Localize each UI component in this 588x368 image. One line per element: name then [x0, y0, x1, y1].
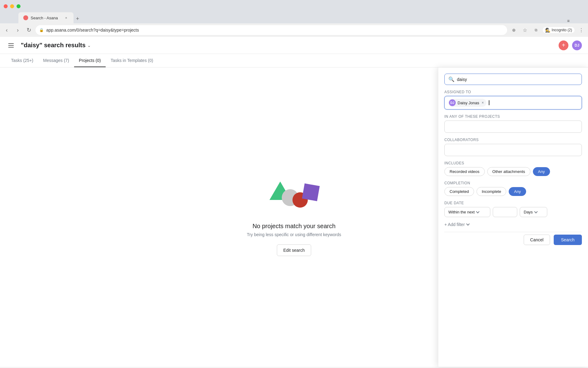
avatar[interactable]: DJ	[572, 40, 582, 50]
extensions-button[interactable]: ⊕	[510, 26, 518, 34]
daisy-jonas-token: DJ Daisy Jonas ×	[448, 99, 486, 107]
includes-toggle-group: Recorded videos Other attachments Any	[444, 167, 582, 176]
remove-daisy-token[interactable]: ×	[482, 101, 484, 105]
chevron-down-unit-icon	[534, 210, 537, 213]
search-icon: 🔍	[448, 76, 454, 82]
due-date-field: Due date Within the next Days	[444, 201, 582, 217]
app-header: "daisy" search results ⌄ + DJ	[0, 37, 588, 54]
address-bar-row: ‹ › ↻ 🔒 app.asana.com/0/search?q=daisy&t…	[0, 23, 588, 37]
page-title-text: "daisy" search results	[21, 42, 85, 49]
due-date-unit-text: Days	[524, 210, 533, 214]
maximize-traffic-light[interactable]	[17, 4, 21, 8]
url-text: app.asana.com/0/search?q=daisy&type=proj…	[46, 28, 139, 33]
search-input-row[interactable]: 🔍	[444, 74, 582, 85]
address-bar[interactable]: 🔒 app.asana.com/0/search?q=daisy&type=pr…	[36, 25, 507, 35]
browser-tabs-bar: Search - Asana × + ≡	[0, 12, 588, 23]
includes-label: Includes	[444, 161, 582, 165]
title-dropdown-button[interactable]: ⌄	[87, 43, 91, 48]
tab-close-button[interactable]: ×	[64, 15, 69, 20]
new-tab-button[interactable]: +	[74, 14, 82, 23]
empty-state-subtitle: Try being less specific or using differe…	[247, 232, 341, 237]
due-date-unit-selector[interactable]: Days	[520, 207, 547, 217]
tab-tasks-in-templates[interactable]: Tasks in Templates (0)	[106, 54, 158, 67]
traffic-lights	[4, 4, 21, 8]
daisy-jonas-name: Daisy Jonas	[458, 101, 479, 105]
due-date-number-input[interactable]	[493, 207, 517, 217]
empty-state-title: No projects match your search	[252, 223, 335, 230]
due-date-row: Within the next Days	[444, 207, 582, 217]
completion-label: Completion	[444, 181, 582, 185]
empty-illustration	[263, 178, 325, 215]
tab-search-button[interactable]: ⧉	[532, 26, 540, 34]
search-button[interactable]: Search	[554, 235, 582, 245]
text-cursor	[489, 100, 489, 105]
page-title: "daisy" search results ⌄	[21, 42, 91, 49]
cancel-button[interactable]: Cancel	[524, 235, 550, 245]
title-bar	[0, 0, 588, 12]
app-container: "daisy" search results ⌄ + DJ Tasks (25+…	[0, 37, 588, 367]
edit-search-button[interactable]: Edit search	[277, 244, 311, 256]
search-input[interactable]	[457, 77, 578, 82]
browser-tab-title: Search - Asana	[31, 16, 61, 20]
completion-any-toggle[interactable]: Any	[509, 187, 526, 196]
incomplete-toggle[interactable]: Incomplete	[477, 187, 507, 196]
minimize-traffic-light[interactable]	[10, 4, 14, 8]
in-projects-label: In any of these projects	[444, 114, 582, 119]
lock-icon: 🔒	[39, 28, 44, 32]
refresh-button[interactable]: ↻	[24, 26, 33, 34]
forward-button[interactable]: ›	[13, 26, 22, 34]
hamburger-line-3	[8, 47, 14, 48]
assigned-to-label: Assigned to	[444, 90, 582, 94]
hamburger-line-2	[8, 45, 14, 46]
panel-footer: Cancel Search	[444, 232, 582, 245]
tab-messages[interactable]: Messages (7)	[38, 54, 74, 67]
square-purple-shape	[302, 183, 320, 201]
completed-toggle[interactable]: Completed	[444, 187, 474, 196]
collaborators-label: Collaborators	[444, 138, 582, 142]
includes-field: Includes Recorded videos Other attachmen…	[444, 161, 582, 176]
completion-field: Completion Completed Incomplete Any	[444, 181, 582, 196]
browser-tab-active[interactable]: Search - Asana ×	[18, 12, 74, 23]
browser-top-right: ≡	[567, 18, 570, 23]
tab-favicon	[23, 15, 28, 20]
in-projects-field: In any of these projects	[444, 114, 582, 133]
due-date-option-text: Within the next	[448, 210, 475, 214]
bookmark-button[interactable]: ☆	[521, 26, 529, 34]
collaborators-field: Collaborators	[444, 138, 582, 156]
due-date-label: Due date	[444, 201, 582, 205]
sidebar-toggle-button[interactable]	[6, 40, 16, 50]
chevron-down-icon	[476, 210, 479, 213]
tab-strip-menu[interactable]: ≡	[567, 18, 570, 23]
due-date-selector[interactable]: Within the next	[444, 207, 490, 217]
hamburger-line-1	[8, 43, 14, 44]
browser-actions: ⊕ ☆ ⧉ 🕵 Incognito (2) ⋮	[510, 26, 586, 34]
main-content: No projects match your search Try being …	[0, 67, 588, 367]
incognito-label: Incognito (2)	[552, 28, 572, 32]
add-filter-label: + Add filter	[444, 222, 465, 227]
tab-projects[interactable]: Projects (0)	[74, 54, 106, 67]
other-attachments-toggle[interactable]: Other attachments	[487, 167, 530, 176]
add-filter-chevron-icon	[466, 222, 469, 225]
back-button[interactable]: ‹	[2, 26, 11, 34]
completion-toggle-group: Completed Incomplete Any	[444, 187, 582, 196]
browser-chrome: Search - Asana × + ≡ ‹ › ↻ 🔒 app.asana.c…	[0, 0, 588, 37]
daisy-avatar: DJ	[449, 99, 456, 106]
header-right: + DJ	[559, 40, 582, 50]
browser-menu-button[interactable]: ⋮	[577, 26, 586, 34]
search-panel: 🔍 Assigned to DJ Daisy Jonas × In any of…	[438, 67, 588, 367]
assigned-to-input[interactable]: DJ Daisy Jonas ×	[444, 96, 582, 109]
recorded-videos-toggle[interactable]: Recorded videos	[444, 167, 485, 176]
in-projects-input[interactable]	[444, 121, 582, 133]
assigned-to-field: Assigned to DJ Daisy Jonas ×	[444, 90, 582, 109]
add-button[interactable]: +	[559, 40, 568, 50]
includes-any-toggle[interactable]: Any	[533, 167, 550, 176]
add-filter-row[interactable]: + Add filter	[444, 222, 582, 227]
close-traffic-light[interactable]	[4, 4, 8, 8]
collaborators-input[interactable]	[444, 144, 582, 156]
tabs-nav: Tasks (25+) Messages (7) Projects (0) Ta…	[0, 54, 588, 67]
tab-tasks[interactable]: Tasks (25+)	[6, 54, 38, 67]
incognito-badge: 🕵 Incognito (2)	[543, 27, 575, 33]
